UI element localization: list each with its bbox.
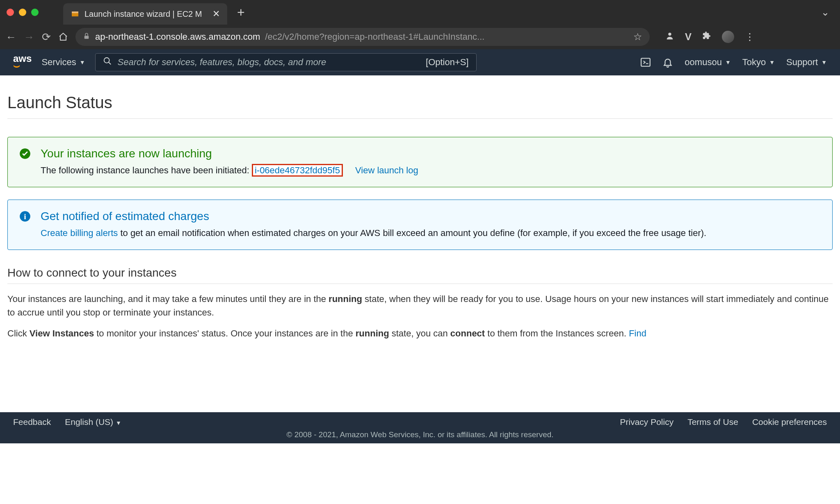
reload-button[interactable]: ⟳ — [42, 31, 51, 43]
aws-logo[interactable]: aws ⌣ — [13, 55, 32, 70]
svg-point-3 — [668, 33, 671, 36]
svg-point-4 — [104, 58, 109, 63]
info-alert: i Get notified of estimated charges Crea… — [7, 200, 833, 250]
instance-id-link[interactable]: i-06ede46732fdd95f5 — [252, 164, 343, 177]
url-host: ap-northeast-1.console.aws.amazon.com — [95, 32, 260, 42]
url-path: /ec2/v2/home?region=ap-northeast-1#Launc… — [265, 32, 484, 42]
page-title: Launch Status — [7, 93, 833, 119]
username-label: oomusou — [685, 57, 722, 68]
home-button[interactable] — [58, 32, 68, 42]
connect-section-title: How to connect to your instances — [7, 266, 833, 284]
back-button[interactable]: ← — [6, 31, 16, 43]
aws-favicon — [71, 9, 80, 18]
success-alert: Your instances are now launching The fol… — [7, 137, 833, 187]
connect-paragraph-2: Click View Instances to monitor your ins… — [7, 327, 833, 340]
caret-down-icon: ▼ — [821, 59, 827, 66]
tab-list-button[interactable]: ⌄ — [821, 7, 833, 18]
caret-down-icon: ▼ — [769, 59, 775, 66]
svg-text:i: i — [24, 212, 26, 221]
notifications-icon[interactable] — [662, 57, 673, 68]
forward-button: → — [24, 31, 34, 43]
search-shortcut: [Option+S] — [426, 57, 469, 68]
services-menu[interactable]: Services ▼ — [41, 57, 85, 68]
caret-down-icon: ▼ — [725, 59, 731, 66]
region-menu[interactable]: Tokyo ▼ — [742, 57, 775, 68]
privacy-policy-link[interactable]: Privacy Policy — [620, 417, 673, 427]
find-link[interactable]: Find — [629, 328, 646, 338]
caret-down-icon: ▼ — [116, 420, 121, 426]
svg-rect-2 — [84, 36, 89, 39]
cloudshell-icon[interactable] — [640, 57, 651, 68]
success-text: The following instance launches have bee… — [41, 165, 249, 175]
new-tab-button[interactable]: + — [237, 5, 245, 20]
profile-avatar[interactable] — [722, 31, 734, 43]
search-icon — [103, 57, 112, 68]
extension-v-icon[interactable]: V — [685, 31, 692, 43]
extensions-icon[interactable] — [702, 31, 711, 43]
window-close-mac[interactable] — [7, 9, 14, 16]
terms-of-use-link[interactable]: Terms of Use — [687, 417, 738, 427]
lock-icon — [83, 32, 90, 42]
user-menu[interactable]: oomusou ▼ — [685, 57, 730, 68]
connect-paragraph-1: Your instances are launching, and it may… — [7, 292, 833, 319]
support-menu[interactable]: Support ▼ — [786, 57, 827, 68]
success-title: Your instances are now launching — [41, 147, 821, 160]
language-label: English (US) — [65, 417, 113, 427]
svg-rect-1 — [72, 11, 78, 13]
url-bar[interactable]: ap-northeast-1.console.aws.amazon.com/ec… — [75, 28, 650, 46]
language-selector[interactable]: English (US) ▼ — [65, 417, 121, 427]
feedback-link[interactable]: Feedback — [13, 417, 51, 427]
tab-title: Launch instance wizard | EC2 M — [84, 9, 202, 19]
info-circle-icon: i — [19, 211, 31, 240]
copyright-text: © 2008 - 2021, Amazon Web Services, Inc.… — [13, 430, 827, 439]
support-label: Support — [786, 57, 818, 68]
cookie-preferences-link[interactable]: Cookie preferences — [752, 417, 827, 427]
window-minimize-mac[interactable] — [19, 9, 26, 16]
window-zoom-mac[interactable] — [31, 9, 39, 16]
bookmark-star-icon[interactable]: ☆ — [633, 31, 642, 43]
region-label: Tokyo — [742, 57, 766, 68]
info-text: to get an email notification when estima… — [118, 228, 706, 238]
close-tab-icon[interactable]: ✕ — [212, 9, 220, 19]
aws-search[interactable]: Search for services, features, blogs, do… — [95, 53, 477, 71]
search-placeholder: Search for services, features, blogs, do… — [118, 57, 326, 68]
view-launch-log-link[interactable]: View launch log — [355, 165, 418, 175]
services-label: Services — [41, 57, 76, 68]
info-title: Get notified of estimated charges — [41, 210, 821, 223]
svg-line-5 — [108, 62, 111, 65]
incognito-icon[interactable] — [665, 31, 674, 43]
browser-tab[interactable]: Launch instance wizard | EC2 M ✕ — [63, 3, 227, 25]
create-billing-alerts-link[interactable]: Create billing alerts — [41, 228, 118, 238]
chrome-menu-icon[interactable]: ⋮ — [745, 31, 755, 43]
check-circle-icon — [19, 148, 31, 177]
caret-down-icon: ▼ — [80, 59, 85, 66]
